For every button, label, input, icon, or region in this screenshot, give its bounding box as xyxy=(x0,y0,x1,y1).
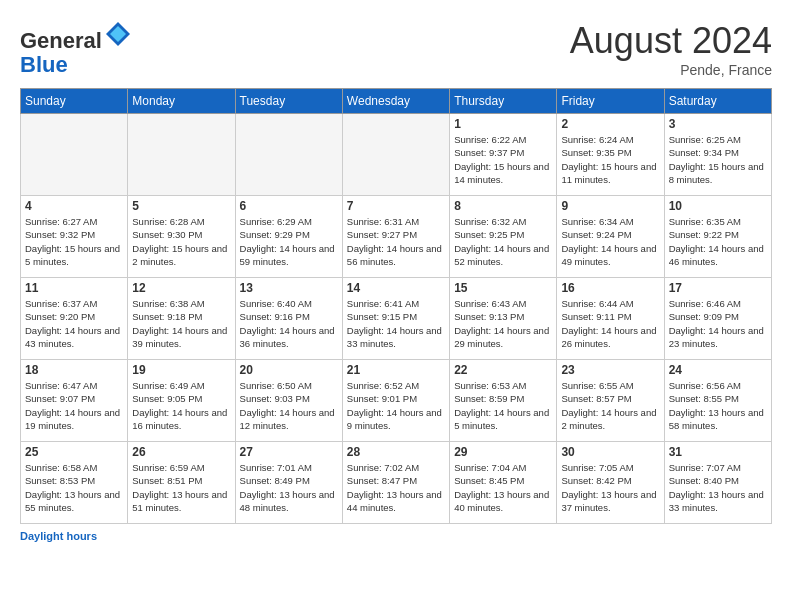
day-number: 25 xyxy=(25,445,123,459)
calendar-cell: 5Sunrise: 6:28 AMSunset: 9:30 PMDaylight… xyxy=(128,196,235,278)
calendar-cell: 6Sunrise: 6:29 AMSunset: 9:29 PMDaylight… xyxy=(235,196,342,278)
day-info: Sunrise: 6:35 AMSunset: 9:22 PMDaylight:… xyxy=(669,215,767,268)
logo-general-text: General xyxy=(20,28,102,53)
day-info: Sunrise: 6:41 AMSunset: 9:15 PMDaylight:… xyxy=(347,297,445,350)
footer-note: Daylight hours xyxy=(20,530,772,542)
calendar-cell: 18Sunrise: 6:47 AMSunset: 9:07 PMDayligh… xyxy=(21,360,128,442)
day-number: 11 xyxy=(25,281,123,295)
day-info: Sunrise: 6:52 AMSunset: 9:01 PMDaylight:… xyxy=(347,379,445,432)
day-number: 12 xyxy=(132,281,230,295)
page: General Blue August 2024 Pende, France S… xyxy=(0,0,792,552)
day-number: 9 xyxy=(561,199,659,213)
logo-blue-text: Blue xyxy=(20,52,68,77)
day-info: Sunrise: 7:04 AMSunset: 8:45 PMDaylight:… xyxy=(454,461,552,514)
calendar-week-5: 25Sunrise: 6:58 AMSunset: 8:53 PMDayligh… xyxy=(21,442,772,524)
calendar-cell: 19Sunrise: 6:49 AMSunset: 9:05 PMDayligh… xyxy=(128,360,235,442)
title-area: August 2024 Pende, France xyxy=(570,20,772,78)
calendar-cell: 23Sunrise: 6:55 AMSunset: 8:57 PMDayligh… xyxy=(557,360,664,442)
calendar-cell: 12Sunrise: 6:38 AMSunset: 9:18 PMDayligh… xyxy=(128,278,235,360)
day-number: 23 xyxy=(561,363,659,377)
day-info: Sunrise: 6:47 AMSunset: 9:07 PMDaylight:… xyxy=(25,379,123,432)
col-tuesday: Tuesday xyxy=(235,89,342,114)
calendar-cell: 4Sunrise: 6:27 AMSunset: 9:32 PMDaylight… xyxy=(21,196,128,278)
calendar-cell: 27Sunrise: 7:01 AMSunset: 8:49 PMDayligh… xyxy=(235,442,342,524)
day-info: Sunrise: 6:29 AMSunset: 9:29 PMDaylight:… xyxy=(240,215,338,268)
day-info: Sunrise: 6:32 AMSunset: 9:25 PMDaylight:… xyxy=(454,215,552,268)
day-info: Sunrise: 6:55 AMSunset: 8:57 PMDaylight:… xyxy=(561,379,659,432)
day-number: 15 xyxy=(454,281,552,295)
day-info: Sunrise: 6:28 AMSunset: 9:30 PMDaylight:… xyxy=(132,215,230,268)
day-info: Sunrise: 6:58 AMSunset: 8:53 PMDaylight:… xyxy=(25,461,123,514)
calendar-cell: 21Sunrise: 6:52 AMSunset: 9:01 PMDayligh… xyxy=(342,360,449,442)
col-monday: Monday xyxy=(128,89,235,114)
day-number: 18 xyxy=(25,363,123,377)
day-info: Sunrise: 6:37 AMSunset: 9:20 PMDaylight:… xyxy=(25,297,123,350)
calendar-cell: 26Sunrise: 6:59 AMSunset: 8:51 PMDayligh… xyxy=(128,442,235,524)
col-sunday: Sunday xyxy=(21,89,128,114)
day-number: 17 xyxy=(669,281,767,295)
day-info: Sunrise: 6:46 AMSunset: 9:09 PMDaylight:… xyxy=(669,297,767,350)
day-number: 30 xyxy=(561,445,659,459)
day-number: 16 xyxy=(561,281,659,295)
col-wednesday: Wednesday xyxy=(342,89,449,114)
day-info: Sunrise: 6:56 AMSunset: 8:55 PMDaylight:… xyxy=(669,379,767,432)
calendar-cell xyxy=(21,114,128,196)
day-info: Sunrise: 7:05 AMSunset: 8:42 PMDaylight:… xyxy=(561,461,659,514)
calendar-week-4: 18Sunrise: 6:47 AMSunset: 9:07 PMDayligh… xyxy=(21,360,772,442)
day-number: 29 xyxy=(454,445,552,459)
calendar-cell xyxy=(342,114,449,196)
day-number: 28 xyxy=(347,445,445,459)
calendar-cell: 25Sunrise: 6:58 AMSunset: 8:53 PMDayligh… xyxy=(21,442,128,524)
day-number: 19 xyxy=(132,363,230,377)
calendar-week-2: 4Sunrise: 6:27 AMSunset: 9:32 PMDaylight… xyxy=(21,196,772,278)
day-info: Sunrise: 6:50 AMSunset: 9:03 PMDaylight:… xyxy=(240,379,338,432)
day-number: 26 xyxy=(132,445,230,459)
day-number: 7 xyxy=(347,199,445,213)
calendar-cell: 3Sunrise: 6:25 AMSunset: 9:34 PMDaylight… xyxy=(664,114,771,196)
calendar-cell xyxy=(128,114,235,196)
day-info: Sunrise: 6:25 AMSunset: 9:34 PMDaylight:… xyxy=(669,133,767,186)
col-friday: Friday xyxy=(557,89,664,114)
day-number: 27 xyxy=(240,445,338,459)
day-info: Sunrise: 7:07 AMSunset: 8:40 PMDaylight:… xyxy=(669,461,767,514)
day-info: Sunrise: 6:38 AMSunset: 9:18 PMDaylight:… xyxy=(132,297,230,350)
day-info: Sunrise: 6:27 AMSunset: 9:32 PMDaylight:… xyxy=(25,215,123,268)
day-info: Sunrise: 6:44 AMSunset: 9:11 PMDaylight:… xyxy=(561,297,659,350)
day-info: Sunrise: 6:34 AMSunset: 9:24 PMDaylight:… xyxy=(561,215,659,268)
calendar-cell: 9Sunrise: 6:34 AMSunset: 9:24 PMDaylight… xyxy=(557,196,664,278)
day-number: 1 xyxy=(454,117,552,131)
footer-label: Daylight hours xyxy=(20,530,97,542)
day-info: Sunrise: 6:53 AMSunset: 8:59 PMDaylight:… xyxy=(454,379,552,432)
calendar-cell: 24Sunrise: 6:56 AMSunset: 8:55 PMDayligh… xyxy=(664,360,771,442)
col-thursday: Thursday xyxy=(450,89,557,114)
calendar-cell: 30Sunrise: 7:05 AMSunset: 8:42 PMDayligh… xyxy=(557,442,664,524)
logo-icon xyxy=(104,20,132,48)
day-info: Sunrise: 6:22 AMSunset: 9:37 PMDaylight:… xyxy=(454,133,552,186)
location: Pende, France xyxy=(570,62,772,78)
day-info: Sunrise: 6:31 AMSunset: 9:27 PMDaylight:… xyxy=(347,215,445,268)
calendar-cell: 14Sunrise: 6:41 AMSunset: 9:15 PMDayligh… xyxy=(342,278,449,360)
col-saturday: Saturday xyxy=(664,89,771,114)
day-info: Sunrise: 7:02 AMSunset: 8:47 PMDaylight:… xyxy=(347,461,445,514)
calendar-cell xyxy=(235,114,342,196)
calendar-cell: 29Sunrise: 7:04 AMSunset: 8:45 PMDayligh… xyxy=(450,442,557,524)
month-title: August 2024 xyxy=(570,20,772,62)
day-number: 22 xyxy=(454,363,552,377)
calendar-cell: 17Sunrise: 6:46 AMSunset: 9:09 PMDayligh… xyxy=(664,278,771,360)
calendar-cell: 7Sunrise: 6:31 AMSunset: 9:27 PMDaylight… xyxy=(342,196,449,278)
day-info: Sunrise: 6:49 AMSunset: 9:05 PMDaylight:… xyxy=(132,379,230,432)
calendar-cell: 15Sunrise: 6:43 AMSunset: 9:13 PMDayligh… xyxy=(450,278,557,360)
calendar-cell: 1Sunrise: 6:22 AMSunset: 9:37 PMDaylight… xyxy=(450,114,557,196)
day-info: Sunrise: 6:59 AMSunset: 8:51 PMDaylight:… xyxy=(132,461,230,514)
day-number: 24 xyxy=(669,363,767,377)
calendar-cell: 28Sunrise: 7:02 AMSunset: 8:47 PMDayligh… xyxy=(342,442,449,524)
day-number: 14 xyxy=(347,281,445,295)
day-number: 20 xyxy=(240,363,338,377)
day-number: 21 xyxy=(347,363,445,377)
calendar-cell: 8Sunrise: 6:32 AMSunset: 9:25 PMDaylight… xyxy=(450,196,557,278)
day-number: 10 xyxy=(669,199,767,213)
calendar-cell: 11Sunrise: 6:37 AMSunset: 9:20 PMDayligh… xyxy=(21,278,128,360)
day-number: 4 xyxy=(25,199,123,213)
logo: General Blue xyxy=(20,20,132,77)
day-info: Sunrise: 6:40 AMSunset: 9:16 PMDaylight:… xyxy=(240,297,338,350)
